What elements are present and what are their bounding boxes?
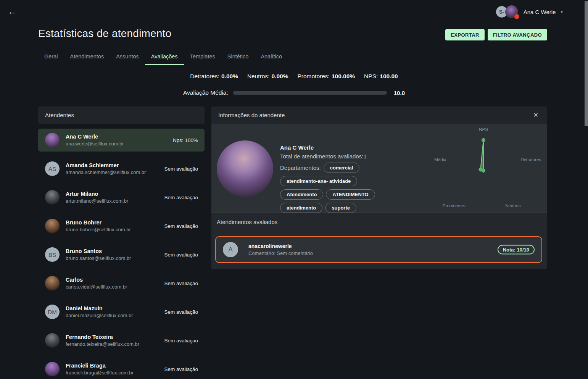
attendant-texts: Bruno Bohrerbruno.bohrer@sellflux.com.br [66,219,131,233]
attendant-row-status: Sem avaliação [164,166,198,172]
attendant-row-amanda-schlemmer[interactable]: ASAmanda Schlemmeramanda.schlemmer@sellf… [38,157,205,180]
tabs: GeralAtendimentosAssuntosAvaliaçõesTempl… [38,50,288,65]
status-dot [514,14,519,19]
attendant-row-status: Sem avaliação [164,281,198,286]
photo-avatar [45,190,60,205]
attendant-row-status: Sem avaliação [164,338,198,344]
attendant-row-email: daniel.mazuin@sellflux.com.br [66,312,133,319]
photo-avatar [45,362,60,376]
attendant-row-daniel-mazuin[interactable]: DMDaniel Mazuindaniel.mazuin@sellflux.co… [38,300,205,323]
attendant-row-email: amanda.schlemmer@sellflux.com.br [66,169,146,176]
close-icon[interactable]: ✕ [533,111,538,119]
advanced-filter-button[interactable]: FILTRO AVANÇADO [488,29,547,40]
svg-text:Promotores: Promotores [443,203,466,208]
svg-text:NPS: NPS [479,127,488,132]
user-menu[interactable]: S- Ana C Werle ▾ [496,5,563,19]
attendant-texts: Daniel Mazuindaniel.mazuin@sellflux.com.… [66,305,133,319]
attendant-row-bruno-bohrer[interactable]: Bruno Bohrerbruno.bohrer@sellflux.com.br… [38,214,205,237]
attendant-row-name: Bruno Bohrer [66,219,131,226]
department-chip-atendimento: ATENDIMENTO [326,189,375,200]
department-chip-suporte: suporte [325,203,356,213]
attendant-details-panel: Informações do atendente ✕ Ana C Werle T… [211,106,547,269]
average-rating-label: Avaliação Média: [183,89,228,96]
svg-text:Neutros: Neutros [505,203,521,208]
attendant-row-email: bruno.bohrer@sellflux.com.br [66,226,131,233]
svg-text:Média: Média [434,157,446,162]
photo-avatar [45,133,60,147]
attendant-row-ana-c-werle[interactable]: Ana C Werleana.werle@sellflux.com.brNps:… [38,129,205,152]
export-button[interactable]: EXPORTAR [445,29,484,40]
attendant-row-name: Francieli Braga [66,362,134,369]
tab-assuntos[interactable]: Assuntos [110,50,145,65]
nps-summary: Detratores:0.00%Neutros:0.00%Promotores:… [0,73,588,80]
photo-avatar [45,333,60,348]
departments-wrap: Departamentos: comercialatendimento-ana-… [280,163,399,213]
attendant-texts: Fernando Teixeirafernando.teixeira@sellf… [66,334,139,348]
attendant-row-status: Sem avaliação [164,223,198,229]
tab-sinte-tico[interactable]: Sintético [221,50,255,65]
attendant-row-status: Sem avaliação [164,195,198,200]
attendant-texts: Ana C Werleana.werle@sellflux.com.br [66,133,124,147]
stat-neutros: Neutros:0.00% [247,73,288,80]
details-panel-title: Informações do atendente [218,112,285,118]
attendant-texts: Francieli Bragafrancieli.braga@sellflux.… [66,362,134,376]
page-title: Estatísticas de atendimento [38,27,171,40]
evaluated-texts: anacarolinewerle Comentário: Sem comentá… [248,243,313,257]
attendant-info-texts: Ana C Werle Total de atendimentos avalia… [280,144,399,213]
department-chip-comercial: comercial [324,163,360,173]
attendant-row-carlos[interactable]: Carloscarlos.vidal@sellflux.com.brSem av… [38,272,205,295]
attendant-row-name: Ana C Werle [66,133,124,140]
attendant-row-email: carlos.vidal@sellflux.com.br [66,284,127,290]
attendant-info-section: Ana C Werle Total de atendimentos avalia… [211,124,547,213]
attendant-texts: Artur Milanoartur.milano@sellflux.com.br [66,190,128,205]
scrollbar-thumb[interactable] [585,1,588,126]
attendant-row-email: fernando.teixeira@sellflux.com.br [66,341,139,348]
tab-anali-tico[interactable]: Analítico [255,50,288,65]
evaluated-avatar: A [223,242,238,257]
attendant-row-name: Bruno Santos [66,248,131,255]
statistics-page: ← S- Ana C Werle ▾ Estatísticas de atend… [0,0,588,379]
average-rating-row: Avaliação Média: 10.0 [0,89,588,96]
tab-atendimentos[interactable]: Atendimentos [64,50,110,65]
attendant-row-name: Amanda Schlemmer [66,162,146,169]
evaluated-item[interactable]: A anacarolinewerle Comentário: Sem comen… [215,236,542,263]
tab-geral[interactable]: Geral [38,50,64,65]
score-badge: Nota: 10/10 [498,245,535,255]
attendant-name: Ana C Werle [280,144,399,152]
attendant-row-artur-milano[interactable]: Artur Milanoartur.milano@sellflux.com.br… [38,186,205,209]
attendants-panel-header: Atendentes [38,106,205,124]
back-arrow-icon[interactable]: ← [8,6,17,17]
header-actions: EXPORTAR FILTRO AVANÇADO [445,29,547,40]
photo-avatar [45,276,60,290]
attendant-row-name: Carlos [66,276,127,284]
attendant-total-evaluated: Total de atendimentos avaliados:1 [280,152,399,160]
attendant-row-status: Sem avaliação [164,366,198,372]
tab-avaliac-o-es[interactable]: Avaliações [145,50,184,65]
attendant-row-fernando-teixeira[interactable]: Fernando Teixeirafernando.teixeira@sellf… [38,329,205,352]
user-avatar [505,5,518,18]
evaluated-comment: Comentário: Sem comentário [248,250,313,257]
evaluated-name: anacarolinewerle [248,243,313,250]
average-rating-bar [233,91,387,95]
attendants-list: Ana C Werleana.werle@sellflux.com.brNps:… [38,129,205,379]
department-chip-atendimento-ana-atividade: atendimento-ana- atividade [280,176,357,186]
tab-templates[interactable]: Templates [184,50,221,65]
chevron-down-icon: ▾ [561,10,563,15]
attendant-texts: Carloscarlos.vidal@sellflux.com.br [66,276,127,290]
attendant-row-email: ana.werle@sellflux.com.br [66,140,124,147]
stat-promotores: Promotores:100.00% [297,73,355,80]
user-name: Ana C Werle [524,9,556,15]
initials-avatar: DM [45,305,60,319]
attendants-panel-title: Atendentes [45,112,74,118]
attendant-row-francieli-braga[interactable]: Francieli Bragafrancieli.braga@sellflux.… [38,358,205,379]
stat-nps: NPS:100.00 [364,73,398,80]
attendant-row-status: Sem avaliação [164,252,198,258]
attendant-row-bruno-santos[interactable]: BSBruno Santosbruno.santos@sellflux.com.… [38,243,205,266]
photo-avatar [45,219,60,233]
details-panel-header: Informações do atendente ✕ [211,106,547,124]
attendant-row-email: francieli.braga@sellflux.com.br [66,369,134,376]
attendant-row-name: Artur Milano [66,190,128,198]
attendant-row-status: Nps: 100% [173,137,198,143]
attendant-row-status: Sem avaliação [164,309,198,315]
svg-text:Detratores: Detratores [520,157,541,162]
